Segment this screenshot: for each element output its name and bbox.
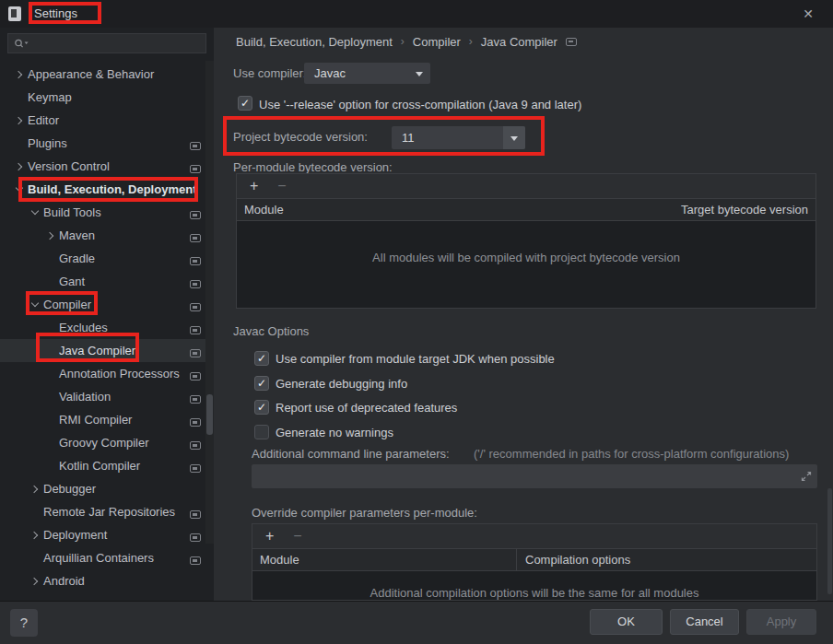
chevron-right-icon[interactable]: [30, 577, 38, 584]
project-bytecode-select[interactable]: 11: [392, 126, 525, 149]
sidebar-item-annotation-processors[interactable]: Annotation Processors: [0, 362, 214, 385]
column-header-module[interactable]: Module: [252, 549, 517, 570]
sidebar-item-version-control[interactable]: Version Control: [0, 155, 214, 178]
generate-no-warnings-label: Generate no warnings: [276, 426, 393, 439]
sidebar-item-build-execution-deployment[interactable]: Build, Execution, Deployment: [0, 178, 214, 201]
close-icon[interactable]: ✕: [798, 4, 818, 24]
cmdline-params-hint: ('/' recommended in paths for cross-plat…: [474, 447, 789, 461]
project-bytecode-value: 11: [402, 131, 415, 145]
project-settings-icon: [190, 303, 201, 311]
chevron-down-icon[interactable]: [31, 299, 39, 307]
sidebar-item-validation[interactable]: Validation: [0, 385, 214, 408]
sidebar-item-remote-jar-repositories[interactable]: Remote Jar Repositories: [0, 500, 214, 523]
javac-options-label: Javac Options: [233, 324, 309, 338]
use-compiler-from-module-target-jdk-when-possible-label: Use compiler from module target JDK when…: [276, 352, 555, 366]
per-module-table-header: Module Target bytecode version: [237, 199, 815, 221]
breadcrumb-item-java-compiler[interactable]: Java Compiler: [481, 35, 557, 49]
sidebar-item-gant[interactable]: Gant: [0, 270, 214, 293]
sidebar-item-label: Annotation Processors: [59, 367, 180, 381]
main-scrollbar[interactable]: [827, 488, 832, 594]
sidebar-item-keymap[interactable]: Keymap: [0, 86, 214, 109]
remove-icon[interactable]: −: [277, 178, 286, 194]
generate-debugging-info-checkbox[interactable]: ✓: [254, 376, 269, 391]
per-module-table: + − Module Target bytecode version All m…: [236, 173, 816, 309]
settings-tree: Appearance & BehaviorKeymapEditorPlugins…: [0, 63, 214, 592]
project-settings-icon: [190, 418, 201, 427]
cmdline-params-input[interactable]: [257, 467, 782, 486]
chevron-right-icon[interactable]: [15, 162, 22, 170]
sidebar-item-excludes[interactable]: Excludes: [0, 316, 214, 339]
sidebar-item-label: Appearance & Behavior: [28, 67, 154, 81]
breadcrumb-item-build-execution-deployment[interactable]: Build, Execution, Deployment: [236, 35, 393, 49]
chevron-down-icon[interactable]: [16, 184, 23, 192]
sidebar-item-plugins[interactable]: Plugins: [0, 132, 214, 155]
settings-search[interactable]: [7, 33, 206, 53]
sidebar-item-debugger[interactable]: Debugger: [0, 477, 214, 500]
project-settings-icon: [190, 395, 201, 404]
sidebar-item-appearance-behavior[interactable]: Appearance & Behavior: [0, 63, 214, 86]
breadcrumb-item-compiler[interactable]: Compiler: [413, 35, 461, 49]
sidebar-item-label: Plugins: [28, 136, 67, 150]
breadcrumb-separator: ›: [469, 35, 473, 48]
expand-icon[interactable]: [801, 471, 812, 482]
breadcrumb: Build, Execution, Deployment›Compiler›Ja…: [236, 32, 577, 51]
per-module-table-toolbar: + −: [237, 174, 815, 199]
project-settings-icon: [190, 556, 201, 565]
sidebar-item-label: Version Control: [28, 159, 110, 173]
cmdline-params-label: Additional command line parameters:: [252, 447, 450, 461]
remove-icon[interactable]: −: [293, 528, 301, 544]
project-settings-icon: [190, 464, 201, 473]
sidebar-item-kotlin-compiler[interactable]: Kotlin Compiler: [0, 454, 214, 477]
sidebar-item-maven[interactable]: Maven: [0, 224, 214, 247]
project-settings-icon: [190, 372, 201, 381]
settings-sidebar: Appearance & BehaviorKeymapEditorPlugins…: [0, 28, 214, 601]
chevron-right-icon[interactable]: [15, 70, 22, 77]
sidebar-item-label: Keymap: [28, 90, 72, 104]
cmdline-params-field[interactable]: [252, 464, 817, 488]
project-bytecode-label: Project bytecode version:: [233, 130, 368, 144]
sidebar-scrollbar[interactable]: [205, 61, 214, 544]
chevron-right-icon[interactable]: [30, 531, 38, 538]
apply-button: Apply: [746, 609, 816, 635]
project-settings-icon: [190, 280, 201, 288]
add-icon[interactable]: +: [265, 528, 274, 544]
column-header-target-bytecode[interactable]: Target bytecode version: [681, 203, 808, 217]
add-icon[interactable]: +: [250, 178, 258, 194]
sidebar-item-label: Excludes: [59, 321, 108, 334]
sidebar-item-java-compiler[interactable]: Java Compiler: [0, 339, 214, 362]
search-input[interactable]: [33, 37, 190, 50]
dropdown-button[interactable]: [503, 126, 525, 149]
chevron-down-icon[interactable]: [31, 207, 39, 215]
sidebar-item-label: Android: [43, 574, 85, 588]
chevron-right-icon[interactable]: [15, 116, 22, 123]
sidebar-item-compiler[interactable]: Compiler: [0, 293, 214, 316]
sidebar-item-label: Compiler: [43, 298, 91, 311]
sidebar-item-rmi-compiler[interactable]: RMI Compiler: [0, 408, 214, 431]
chevron-right-icon[interactable]: [46, 231, 53, 239]
sidebar-item-gradle[interactable]: Gradle: [0, 247, 214, 270]
sidebar-item-editor[interactable]: Editor: [0, 109, 214, 132]
generate-no-warnings-checkbox[interactable]: [254, 425, 269, 439]
override-table-empty-text: Additional compilation options will be t…: [252, 571, 816, 600]
use-compiler-from-module-target-jdk-when-possible-checkbox[interactable]: ✓: [254, 351, 269, 366]
sidebar-scrollbar-thumb[interactable]: [206, 394, 213, 435]
sidebar-item-deployment[interactable]: Deployment: [0, 523, 214, 546]
sidebar-item-build-tools[interactable]: Build Tools: [0, 201, 214, 224]
sidebar-item-label: Kotlin Compiler: [59, 459, 140, 473]
sidebar-item-android[interactable]: Android: [0, 569, 214, 592]
ok-button[interactable]: OK: [590, 609, 663, 635]
project-settings-icon: [190, 234, 201, 242]
sidebar-item-groovy-compiler[interactable]: Groovy Compiler: [0, 431, 214, 454]
sidebar-item-label: Editor: [28, 113, 59, 127]
project-settings-icon: [190, 533, 201, 542]
chevron-right-icon[interactable]: [30, 485, 38, 492]
use-compiler-select[interactable]: Javac: [304, 63, 430, 84]
dropdown-arrow-icon: [416, 72, 423, 76]
cancel-button[interactable]: Cancel: [670, 609, 739, 635]
release-option-checkbox[interactable]: ✓: [238, 96, 252, 111]
column-header-module[interactable]: Module: [244, 203, 284, 217]
report-use-of-deprecated-features-checkbox[interactable]: ✓: [254, 400, 269, 415]
help-button[interactable]: ?: [10, 609, 38, 637]
column-header-compilation-options[interactable]: Compilation options: [517, 553, 630, 567]
sidebar-item-arquillian-containers[interactable]: Arquillian Containers: [0, 546, 214, 569]
